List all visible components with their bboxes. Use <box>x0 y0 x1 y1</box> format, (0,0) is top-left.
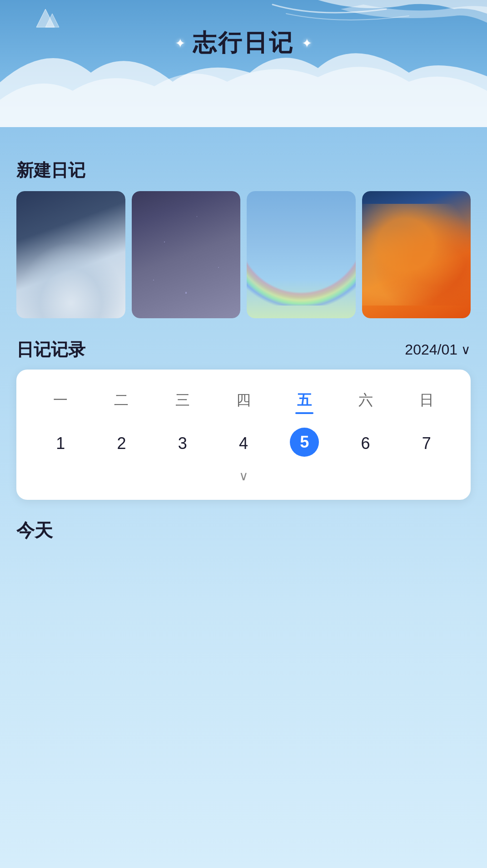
new-diary-label: 新建日记 <box>16 159 471 182</box>
weekday-wed: 三 <box>152 386 213 419</box>
app-title: 志行日记 <box>193 27 294 59</box>
expand-calendar-icon[interactable]: ∨ <box>239 469 248 483</box>
bottom-empty-area <box>16 552 471 868</box>
sparkle-left-icon: ✦ <box>175 36 185 51</box>
date-selector[interactable]: 2024/01 ∨ <box>405 341 471 358</box>
weekday-fri: 五 <box>274 386 335 419</box>
weekday-thu: 四 <box>213 386 274 419</box>
template-card-2[interactable] <box>132 191 241 318</box>
dark-clouds-thumbnail <box>16 191 125 318</box>
sparkle-rain-thumbnail <box>132 191 241 318</box>
orange-clouds-thumbnail <box>362 191 471 318</box>
weekdays-row: 一 二 三 四 五 六 日 <box>30 386 457 419</box>
date-7[interactable]: 7 <box>396 428 457 459</box>
date-4[interactable]: 4 <box>213 428 274 459</box>
calendar-card: 一 二 三 四 五 六 日 1 2 3 4 5 6 7 ∨ <box>16 370 471 500</box>
template-card-4[interactable] <box>362 191 471 318</box>
today-section: 今天 <box>16 518 471 543</box>
app-title-container: ✦ 志行日记 ✦ <box>16 0 471 59</box>
weekday-sat: 六 <box>335 386 396 419</box>
dates-row: 1 2 3 4 5 6 7 <box>30 428 457 459</box>
sparkle-right-icon: ✦ <box>302 36 312 51</box>
weekday-mon: 一 <box>30 386 91 419</box>
diary-records-section: 日记记录 2024/01 ∨ 一 二 三 四 五 六 日 1 2 3 <box>16 338 471 500</box>
today-label: 今天 <box>16 518 471 543</box>
template-card-1[interactable] <box>16 191 125 318</box>
date-1[interactable]: 1 <box>30 428 91 459</box>
template-card-3[interactable] <box>247 191 356 318</box>
new-diary-section: 新建日记 <box>16 159 471 318</box>
date-2[interactable]: 2 <box>91 428 152 459</box>
chevron-down-icon: ∨ <box>461 342 471 357</box>
date-selector-text: 2024/01 <box>405 341 457 358</box>
rainbow-sky-thumbnail <box>247 191 356 318</box>
diary-records-header: 日记记录 2024/01 ∨ <box>16 338 471 361</box>
weekday-tue: 二 <box>91 386 152 419</box>
date-5-selected[interactable]: 5 <box>290 428 319 457</box>
expand-row: ∨ <box>30 464 457 483</box>
date-6[interactable]: 6 <box>335 428 396 459</box>
date-3[interactable]: 3 <box>152 428 213 459</box>
weekday-sun: 日 <box>396 386 457 419</box>
template-grid <box>16 191 471 318</box>
diary-records-label: 日记记录 <box>16 338 85 361</box>
